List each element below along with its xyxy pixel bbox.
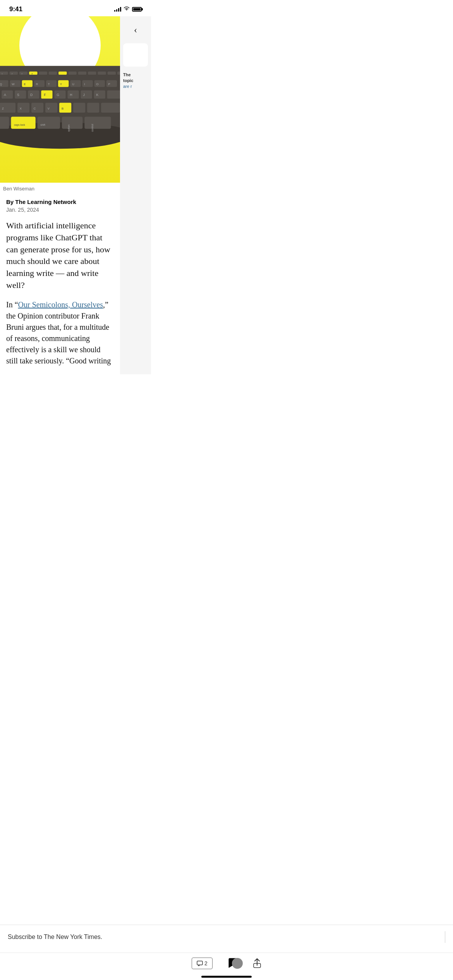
svg-rect-13 <box>98 72 106 75</box>
svg-text:D: D <box>30 93 33 97</box>
svg-rect-64 <box>101 103 120 113</box>
svg-text:X: X <box>20 107 22 110</box>
svg-rect-5 <box>19 72 27 75</box>
svg-rect-9 <box>58 72 67 75</box>
sidebar-topics-text: The <box>123 72 148 78</box>
svg-text:V: V <box>48 107 50 110</box>
svg-text:S: S <box>17 93 19 97</box>
svg-text:1: 1 <box>2 73 3 75</box>
svg-rect-62 <box>73 103 85 113</box>
svg-rect-4 <box>10 72 18 75</box>
svg-text:2: 2 <box>11 73 12 75</box>
wifi-icon <box>124 6 130 12</box>
svg-text:O: O <box>96 82 98 86</box>
svg-text:caps lock: caps lock <box>14 123 25 127</box>
svg-text:E: E <box>24 82 26 86</box>
article-area: 1 2 3 4 <box>0 16 120 374</box>
status-bar: 9:41 <box>0 0 151 16</box>
svg-rect-6 <box>29 72 37 75</box>
svg-rect-15 <box>117 72 120 75</box>
svg-text:G: G <box>57 93 59 97</box>
svg-text:U: U <box>72 82 74 86</box>
svg-rect-70 <box>0 117 9 129</box>
svg-rect-42 <box>28 90 39 98</box>
article-content: By The Learning Network Jan. 25, 2024 Wi… <box>0 194 120 374</box>
caption-text: Ben Wiseman <box>3 186 34 192</box>
svg-text:shift: shift <box>40 123 45 126</box>
svg-rect-3 <box>0 72 8 75</box>
svg-text:B: B <box>62 107 63 110</box>
svg-rect-47 <box>94 90 105 98</box>
svg-rect-44 <box>54 90 65 98</box>
svg-text:I: I <box>84 82 85 86</box>
back-button[interactable]: ‹ <box>120 16 151 39</box>
sidebar-topics-subtext: topic <box>123 78 148 84</box>
svg-rect-73 <box>62 117 83 129</box>
svg-text:option: option <box>67 125 70 132</box>
svg-text:W: W <box>12 82 15 86</box>
svg-rect-58 <box>17 103 29 113</box>
svg-text:P: P <box>108 82 110 86</box>
svg-rect-72 <box>38 117 60 129</box>
svg-rect-43 <box>41 90 52 98</box>
back-arrow-icon: ‹ <box>134 24 137 36</box>
svg-text:J: J <box>83 93 84 97</box>
hero-image: 1 2 3 4 <box>0 16 120 183</box>
status-time: 9:41 <box>9 5 22 13</box>
article-link[interactable]: Our Semicolons, Ourselves <box>18 300 103 309</box>
svg-text:F: F <box>44 93 46 97</box>
svg-rect-45 <box>67 90 79 98</box>
svg-text:C: C <box>34 107 36 110</box>
keyboard-illustration: 1 2 3 4 <box>0 39 120 183</box>
sidebar-topics-link[interactable]: are r <box>123 84 148 89</box>
article-byline: By The Learning Network <box>6 199 114 205</box>
svg-rect-8 <box>49 72 57 75</box>
article-body: In “Our Semicolons, Ourselves,” the Opin… <box>6 299 114 367</box>
svg-rect-74 <box>84 117 111 129</box>
svg-text:H: H <box>70 93 72 97</box>
svg-rect-12 <box>88 72 96 75</box>
svg-rect-71 <box>11 117 35 129</box>
svg-rect-10 <box>68 72 76 75</box>
signal-icon <box>114 7 121 12</box>
svg-rect-14 <box>108 72 116 75</box>
svg-rect-61 <box>59 103 71 113</box>
svg-rect-46 <box>81 90 92 98</box>
svg-rect-40 <box>2 90 13 98</box>
article-date: Jan. 25, 2024 <box>6 207 114 213</box>
battery-icon <box>132 7 142 12</box>
status-icons <box>114 6 142 12</box>
svg-rect-7 <box>39 72 47 75</box>
svg-text:Z: Z <box>2 107 4 110</box>
image-caption: Ben Wiseman <box>0 183 120 194</box>
svg-rect-60 <box>45 103 57 113</box>
svg-text:3: 3 <box>21 73 22 75</box>
svg-text:A: A <box>4 93 6 97</box>
svg-rect-11 <box>78 72 86 75</box>
sidebar-card <box>123 43 148 67</box>
svg-text:R: R <box>36 82 38 86</box>
svg-text:control: control <box>91 124 94 132</box>
svg-text:4: 4 <box>31 73 33 75</box>
sidebar-topics: The topic are r <box>122 70 149 90</box>
svg-rect-48 <box>107 90 120 98</box>
svg-rect-63 <box>87 103 99 113</box>
svg-rect-41 <box>15 90 26 98</box>
svg-text:T: T <box>48 82 50 86</box>
article-lead: With artificial intelligence programs li… <box>6 220 114 291</box>
main-container: 1 2 3 4 <box>0 16 151 374</box>
svg-text:K: K <box>96 93 98 97</box>
svg-text:Q: Q <box>0 82 2 86</box>
svg-text:Y: Y <box>60 82 62 86</box>
svg-rect-59 <box>31 103 43 113</box>
sidebar-panel: ‹ The topic are r <box>120 16 151 374</box>
